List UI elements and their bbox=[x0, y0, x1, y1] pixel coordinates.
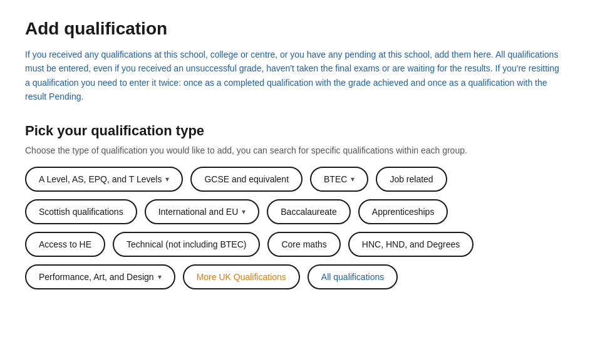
chevron-down-icon: ▾ bbox=[165, 175, 169, 184]
qual-btn-all-qualifications[interactable]: All qualifications bbox=[308, 264, 398, 289]
qual-btn-access-to-he[interactable]: Access to HE bbox=[25, 232, 105, 257]
qual-btn-label: Core maths bbox=[281, 239, 326, 249]
qual-btn-scottish-qualifications[interactable]: Scottish qualifications bbox=[25, 199, 137, 224]
qual-btn-baccalaureate[interactable]: Baccalaureate bbox=[267, 199, 351, 224]
qual-btn-apprenticeships[interactable]: Apprenticeships bbox=[358, 199, 448, 224]
qual-btn-label: Apprenticeships bbox=[372, 207, 435, 217]
qual-btn-btec[interactable]: BTEC▾ bbox=[310, 167, 368, 192]
qual-btn-a-level-as-epq-and-t-levels[interactable]: A Level, AS, EPQ, and T Levels▾ bbox=[25, 167, 183, 192]
qual-btn-label: International and EU bbox=[158, 207, 239, 217]
qual-btn-label: HNC, HND, and Degrees bbox=[362, 239, 460, 249]
qual-btn-label: BTEC bbox=[324, 174, 347, 184]
qual-btn-label: Baccalaureate bbox=[281, 207, 337, 217]
qual-btn-performance-art-and-design[interactable]: Performance, Art, and Design▾ bbox=[25, 264, 175, 289]
qual-btn-label: Job related bbox=[390, 174, 433, 184]
qual-btn-label: Access to HE bbox=[39, 239, 91, 249]
qual-btn-label: Performance, Art, and Design bbox=[39, 272, 154, 282]
qual-btn-label: GCSE and equivalent bbox=[204, 174, 289, 184]
qual-btn-label: More UK Qualifications bbox=[197, 272, 286, 282]
qual-btn-more-uk-qualifications[interactable]: More UK Qualifications bbox=[183, 264, 300, 289]
chevron-down-icon: ▾ bbox=[351, 175, 355, 184]
chevron-down-icon: ▾ bbox=[242, 207, 246, 216]
qual-btn-job-related[interactable]: Job related bbox=[376, 167, 447, 192]
qualification-row-0: A Level, AS, EPQ, and T Levels▾GCSE and … bbox=[25, 167, 565, 192]
qual-btn-technical-not-including-btec-[interactable]: Technical (not including BTEC) bbox=[113, 232, 260, 257]
qualification-grid: A Level, AS, EPQ, and T Levels▾GCSE and … bbox=[25, 167, 565, 289]
page-title: Add qualification bbox=[25, 19, 565, 39]
qual-btn-gcse-and-equivalent[interactable]: GCSE and equivalent bbox=[190, 167, 303, 192]
qual-btn-label: A Level, AS, EPQ, and T Levels bbox=[39, 174, 162, 184]
qual-btn-label: Scottish qualifications bbox=[39, 207, 123, 217]
qualification-row-1: Scottish qualificationsInternational and… bbox=[25, 199, 565, 224]
qualification-row-3: Performance, Art, and Design▾More UK Qua… bbox=[25, 264, 565, 289]
qual-btn-label: All qualifications bbox=[321, 272, 384, 282]
qual-btn-hnc-hnd-and-degrees[interactable]: HNC, HND, and Degrees bbox=[348, 232, 474, 257]
page-description: If you received any qualifications at th… bbox=[25, 48, 565, 104]
chevron-down-icon: ▾ bbox=[158, 273, 162, 281]
qual-btn-core-maths[interactable]: Core maths bbox=[267, 232, 340, 257]
section-title: Pick your qualification type bbox=[25, 123, 565, 139]
section-subtitle: Choose the type of qualification you wou… bbox=[25, 145, 565, 155]
qual-btn-label: Technical (not including BTEC) bbox=[127, 239, 246, 249]
qualification-row-2: Access to HETechnical (not including BTE… bbox=[25, 232, 565, 257]
qual-btn-international-and-eu[interactable]: International and EU▾ bbox=[145, 199, 260, 224]
